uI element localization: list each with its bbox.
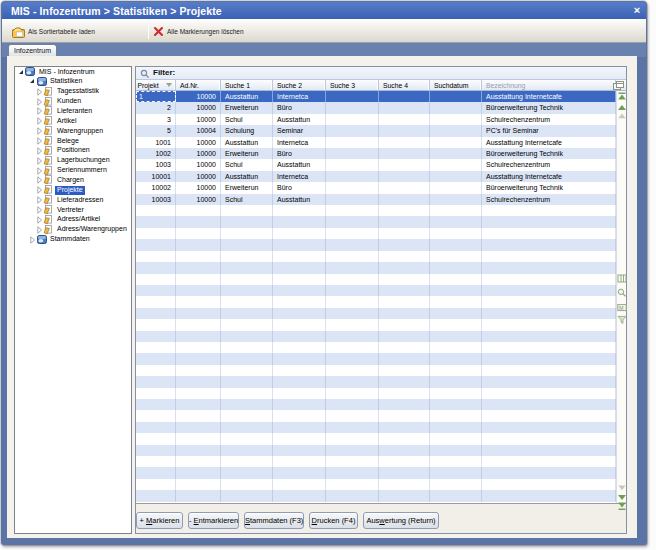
grid-cell: 10000 [176, 194, 221, 205]
toolbar-button-clear-marks[interactable]: Alle Markierungen löschen [151, 23, 246, 41]
grid-empty-cell [482, 456, 616, 467]
tree-item-projekte[interactable]: Projekte [15, 185, 131, 195]
tree-item-stammdaten[interactable]: Stammdaten [15, 235, 131, 245]
column-header-suchdatum[interactable]: Suchdatum [430, 80, 482, 91]
column-header-suche-2[interactable]: Suche 2 [273, 80, 326, 91]
grid-row-1002[interactable]: 100210000ErweiterunBüroBüroerweiterung T… [136, 148, 616, 159]
tree-item-adress-artikel[interactable]: Adress/Artikel [15, 215, 131, 225]
tree-expanded-arrow-icon[interactable] [19, 70, 23, 74]
tree-item-tagesstatistik[interactable]: Tagesstatistik [15, 87, 131, 97]
tree-item-artikel[interactable]: Artikel [15, 116, 131, 126]
tree-expanded-arrow-icon[interactable] [30, 79, 34, 83]
grid-row-5[interactable]: 510004SchulungSeminarPC's für Seminar [136, 125, 616, 136]
grid-empty-cell [221, 410, 273, 421]
button-drucken-f4[interactable]: Drucken (F4) [309, 512, 358, 529]
go-prev-icon[interactable] [617, 112, 627, 121]
grid-row-10003[interactable]: 1000310000SchulAusstattunSchulrechenzent… [136, 194, 616, 205]
grid-row-10002[interactable]: 1000210000ErweiterunBüroBüroerweiterung … [136, 182, 616, 193]
grid-filter-row[interactable]: Filter: [136, 67, 626, 80]
grid-empty-cell [221, 308, 273, 319]
column-header-ad-nr-[interactable]: Ad.Nr. [176, 80, 221, 91]
tree-item-kunden[interactable]: Kunden [15, 97, 131, 107]
grid-empty-cell [273, 365, 326, 376]
grid-row-3[interactable]: 310000SchulAusstattunSchulrechenzentrum [136, 114, 616, 125]
grid-empty-cell [273, 342, 326, 353]
grid-empty-cell [326, 262, 379, 273]
tree-item-vertreter[interactable]: Vertreter [15, 205, 131, 215]
grid-row-1[interactable]: 110000AusstattunInternetcaAusstattung In… [136, 91, 616, 102]
tree-report-icon [43, 205, 52, 214]
tree-item-warengruppen[interactable]: Warengruppen [15, 126, 131, 136]
grid-cell: 10000 [176, 171, 221, 182]
tree-item-lagerbuchungen[interactable]: Lagerbuchungen [15, 156, 131, 166]
grid-empty-cell [430, 456, 482, 467]
grid-empty-cell [136, 399, 176, 410]
tree-report-icon [43, 126, 52, 135]
column-header-projekt[interactable]: Projekt [136, 80, 176, 91]
grid-row-1003[interactable]: 100310000SchulAusstattunSchulrechenzentr… [136, 159, 616, 170]
grid-row-2[interactable]: 210000ErweiterunBüroBüroerweiterung Tech… [136, 102, 616, 113]
toolbar-button-load-sort-table[interactable]: Als Sortiertabelle laden [10, 23, 97, 41]
grid-row-1001[interactable]: 100110000AusstattunInternetcaAusstattung… [136, 137, 616, 148]
grid-cell: 10001 [136, 171, 176, 182]
columns-icon[interactable] [617, 274, 627, 283]
grid-empty-cell [326, 216, 379, 227]
grid-empty-cell [482, 388, 616, 399]
grid-empty-cell [326, 319, 379, 330]
tree-report-icon [43, 166, 52, 175]
tree-item-label: Artikel [55, 117, 78, 126]
grid-row-10001[interactable]: 1000110000AusstattunInternetcaAusstattun… [136, 171, 616, 182]
grid-empty-cell [136, 296, 176, 307]
grid-empty-cell [176, 342, 221, 353]
tree-item-mis-infozentrum[interactable]: MIS - Infozentrum [15, 67, 131, 77]
tree-collapsed-arrow-icon[interactable] [30, 236, 36, 244]
grid-empty-cell [221, 376, 273, 387]
tree-item-belege[interactable]: Belege [15, 136, 131, 146]
toolbar-separator [148, 24, 149, 39]
filter-icon[interactable] [617, 315, 627, 324]
button-entmarkieren[interactable]: - Entmarkieren [188, 512, 239, 529]
search-icon[interactable] [617, 288, 627, 297]
title-bar: MIS - Infozentrum > Statistiken > Projek… [2, 2, 646, 19]
go-first-icon[interactable] [617, 92, 627, 101]
go-next-icon[interactable] [617, 484, 627, 493]
column-header-suche-3[interactable]: Suche 3 [326, 80, 379, 91]
grid-empty-cell [379, 353, 430, 364]
tree-item-lieferadressen[interactable]: Lieferadressen [15, 195, 131, 205]
go-next-page-icon[interactable] [617, 493, 627, 502]
tree-item-adress-warengruppen[interactable]: Adress/Warengruppen [15, 225, 131, 235]
button-markieren[interactable]: + Markieren [136, 512, 183, 529]
grid-empty-cell [482, 296, 616, 307]
column-header-suche-1[interactable]: Suche 1 [221, 80, 273, 91]
button-stammdaten-f3[interactable]: Stammdaten (F3) [244, 512, 304, 529]
grid-empty-row [136, 388, 616, 399]
grid-cell [379, 114, 430, 125]
close-button[interactable]: × [631, 3, 643, 17]
grid-empty-cell [326, 399, 379, 410]
grid-cell [326, 148, 379, 159]
column-header-label: Suche 4 [383, 82, 408, 89]
column-header-label: Projekt [138, 82, 159, 89]
tree-item-label: Statistiken [48, 77, 84, 86]
tree-item-seriennummern[interactable]: Seriennummern [15, 166, 131, 176]
tree-item-positionen[interactable]: Positionen [15, 146, 131, 156]
column-header-suche-4[interactable]: Suche 4 [379, 80, 430, 91]
column-chooser-icon[interactable] [613, 81, 624, 90]
tree-item-lieferanten[interactable]: Lieferanten [15, 106, 131, 116]
tree-item-label: Adress/Artikel [55, 215, 102, 224]
tree-item-label: Vertreter [55, 206, 86, 215]
button-auswertung-return[interactable]: Auswertung (Return) [363, 512, 439, 529]
grid-empty-cell [482, 445, 616, 456]
window-title: MIS - Infozentrum > Statistiken > Projek… [11, 5, 222, 17]
column-header-bezeichnung[interactable]: Bezeichnung [482, 80, 616, 91]
grid-empty-cell [176, 285, 221, 296]
tree-item-chargen[interactable]: Chargen [15, 175, 131, 185]
grid-cell [430, 114, 482, 125]
find-record-icon[interactable]: M [617, 303, 627, 312]
grid-cell: 10000 [176, 102, 221, 113]
grid-empty-cell [379, 285, 430, 296]
grid-empty-cell [136, 274, 176, 285]
grid-empty-cell [176, 205, 221, 216]
tree-item-statistiken[interactable]: Statistiken [15, 77, 131, 87]
grid-cell: Erweiterun [221, 182, 273, 193]
